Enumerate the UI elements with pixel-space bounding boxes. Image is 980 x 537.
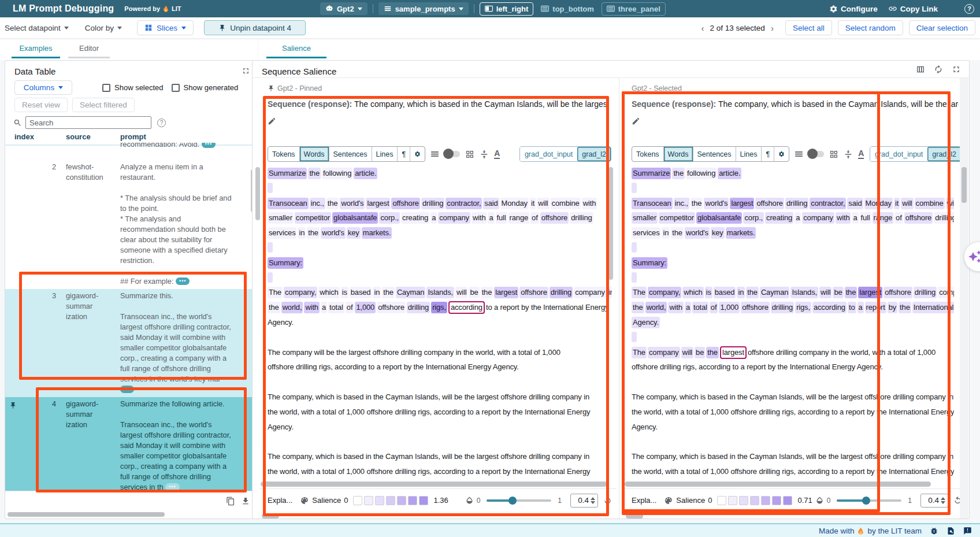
panel-scrollbar[interactable] (962, 167, 967, 203)
show-generated-checkbox[interactable]: Show generated (172, 83, 239, 92)
subpanel-divider (619, 78, 619, 519)
select-datapoint-menu[interactable]: Select datapoint (5, 24, 69, 32)
granularity-words[interactable]: Words (664, 147, 693, 161)
bug-report-icon[interactable] (930, 527, 938, 535)
sequence-salience-module: Sequence Salience Gpt2 - Pinned Sequence… (252, 60, 970, 519)
next-datapoint-button[interactable]: › (771, 23, 774, 33)
columns-layout-icon[interactable] (916, 65, 925, 74)
column-header-prompt[interactable]: prompt (115, 132, 256, 141)
documentation-icon[interactable] (946, 527, 955, 535)
feedback-icon[interactable] (963, 527, 972, 535)
vertical-align-icon[interactable] (480, 150, 489, 159)
granularity-sentences[interactable]: Sentences (329, 147, 372, 161)
tab-examples[interactable]: Examples (12, 38, 60, 58)
search-input[interactable]: Search (25, 116, 151, 129)
scale-min: 0 (708, 496, 712, 505)
threshold-slider[interactable] (487, 499, 551, 502)
granularity-sentences[interactable]: Sentences (693, 147, 736, 161)
threshold-slider[interactable] (837, 499, 901, 502)
tab-editor[interactable]: Editor (68, 38, 110, 58)
selection-status: 2 of 13 selected (710, 24, 765, 32)
granularity-lines[interactable]: Lines (372, 147, 398, 161)
ellipsis-badge[interactable]: ••• (176, 277, 190, 285)
prev-datapoint-button[interactable]: ‹ (701, 23, 704, 33)
gear-toggle[interactable] (774, 147, 789, 161)
reset-view-button[interactable]: Reset view (14, 98, 68, 112)
horizontal-scrollbar[interactable] (261, 482, 607, 487)
column-header-index[interactable]: index (5, 132, 61, 141)
show-selected-checkbox[interactable]: Show selected (102, 83, 164, 92)
expand-icon[interactable] (242, 66, 250, 75)
panel-scrollbar[interactable] (608, 167, 613, 280)
main-area: Examples Editor Salience Data Table Colu… (0, 38, 980, 523)
scrollbar-thumb[interactable] (626, 514, 643, 519)
toggle-switch[interactable] (445, 151, 460, 157)
ellipsis-badge[interactable]: ••• (165, 483, 179, 491)
gear-toggle[interactable] (410, 147, 425, 161)
clear-selection-button[interactable]: Clear selection (909, 20, 975, 35)
copy-icon[interactable] (226, 497, 235, 506)
link-icon (888, 4, 897, 13)
horizontal-scrollbar[interactable] (625, 482, 931, 487)
grid-view-icon[interactable] (465, 150, 474, 159)
select-filtered-button[interactable]: Select filtered (72, 98, 135, 112)
token-text-area[interactable]: Summarizethefollowingarticle.Transoceani… (632, 166, 954, 482)
threshold-input[interactable]: 0.4 (570, 494, 598, 508)
select-random-button[interactable]: Select random (838, 20, 903, 35)
configure-button[interactable]: Configure (829, 5, 878, 13)
layout-tab-top-bottom[interactable]: top_bottom (536, 2, 598, 16)
slices-button[interactable]: Slices (137, 20, 194, 35)
method-grad-dot-input[interactable]: grad_dot_input (520, 147, 577, 161)
help-icon[interactable]: ? (157, 118, 166, 127)
granularity-tokens[interactable]: Tokens (268, 147, 300, 161)
table-row[interactable]: 2fewshot- constitutionAnalyze a menu ite… (5, 160, 256, 289)
copy-link-button[interactable]: Copy Link (888, 4, 938, 13)
reset-icon[interactable] (603, 496, 612, 505)
font-color-icon[interactable]: A (494, 149, 500, 159)
table-row-partial[interactable]: recommendation: Avoid. ••• (5, 143, 256, 160)
pilcrow-toggle[interactable]: ¶ (398, 147, 410, 161)
threshold-input[interactable]: 0.4 (920, 494, 948, 508)
method-grad-dot-input[interactable]: grad_dot_input (870, 147, 927, 161)
scrollbar-thumb[interactable] (262, 514, 279, 519)
sequence-response-text: Sequence (response): The company, which … (268, 99, 608, 111)
pilcrow-toggle[interactable]: ¶ (762, 147, 774, 161)
font-color-icon[interactable]: A (858, 149, 864, 159)
module-scrollbar[interactable] (255, 167, 260, 220)
divider (373, 4, 373, 13)
edit-icon[interactable] (268, 117, 617, 125)
dataset-selector-button[interactable]: sample_prompts (378, 2, 469, 15)
menu-icon[interactable] (794, 149, 804, 159)
granularity-tokens[interactable]: Tokens (632, 147, 664, 161)
sync-icon[interactable] (934, 65, 943, 74)
select-all-button[interactable]: Select all (785, 20, 832, 35)
menu-icon[interactable] (430, 149, 440, 159)
method-grad-l2[interactable]: grad_l2 (927, 147, 961, 161)
column-header-source[interactable]: source (61, 132, 115, 141)
grid-view-icon[interactable] (829, 150, 838, 159)
table-row[interactable]: 4gigaword- summar izationSummarize the f… (5, 397, 256, 495)
color-by-menu[interactable]: Color by (85, 24, 122, 32)
granularity-words[interactable]: Words (300, 147, 329, 161)
unpin-datapoint-button[interactable]: Unpin datapoint 4 (204, 20, 306, 35)
layout-tab-left-right[interactable]: left_right (480, 2, 534, 16)
tab-salience[interactable]: Salience (266, 38, 326, 58)
vertical-align-icon[interactable] (844, 150, 853, 159)
download-icon[interactable] (241, 497, 250, 506)
ellipsis-badge[interactable]: ••• (120, 386, 134, 393)
table-horizontal-scrollbar[interactable] (8, 512, 165, 517)
method-grad-l2[interactable]: grad_l2 (577, 147, 611, 161)
help-button[interactable]: ? (964, 4, 974, 14)
expand-icon[interactable] (952, 65, 961, 74)
spinner-icon[interactable] (591, 497, 596, 504)
spinner-icon[interactable] (941, 497, 946, 504)
toggle-switch[interactable] (809, 151, 824, 157)
table-row[interactable]: 3gigaword- summar izationSummarize this.… (5, 289, 256, 397)
granularity-lines[interactable]: Lines (736, 147, 762, 161)
droplet-icon (815, 496, 824, 505)
token-text-area[interactable]: Summarizethefollowingarticle.Transoceani… (268, 166, 612, 482)
edit-icon[interactable] (632, 117, 967, 125)
layout-tab-three-panel[interactable]: three_panel (602, 2, 666, 16)
columns-button[interactable]: Columns (14, 80, 72, 95)
model-selector-button[interactable]: Gpt2 (320, 2, 368, 15)
